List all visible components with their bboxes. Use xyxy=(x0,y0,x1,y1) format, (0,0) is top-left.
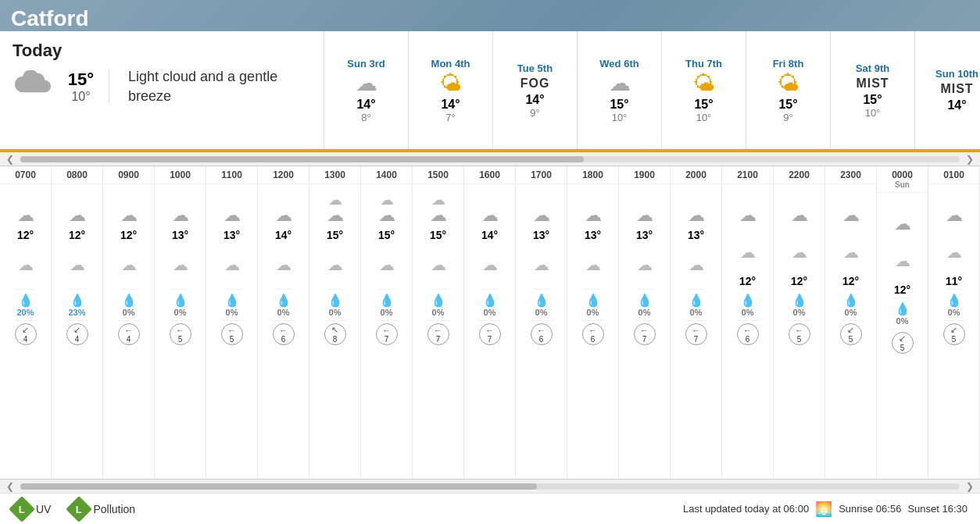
pollution-badge: L xyxy=(66,496,92,522)
wind-circle: ←6 xyxy=(273,323,295,345)
wind-circle: ←5 xyxy=(789,323,810,345)
hour-time-2100: 2100 xyxy=(722,166,773,184)
hour-temp-low: 12° xyxy=(842,273,859,289)
hour-temp-low: 12° xyxy=(739,273,756,289)
rain-percent: 0% xyxy=(432,308,445,317)
day-card-fri8[interactable]: Fri 8th 🌤 15° 9° xyxy=(746,31,831,149)
hour-col-2000: 2000☁13°☁💧0%←7 xyxy=(671,166,722,479)
day-card-mon4[interactable]: Mon 4th 🌤 14° 7° xyxy=(409,31,493,149)
rain-percent: 0% xyxy=(845,308,857,317)
hour-temp-low: 11° xyxy=(946,273,962,289)
rain-percent: 0% xyxy=(381,308,393,317)
hour-time-0700: 0700 xyxy=(0,166,51,184)
hour-time-2200: 2200 xyxy=(774,166,824,184)
hour-time-1600: 1600 xyxy=(464,166,515,184)
wind-circle: ↙5 xyxy=(892,332,914,354)
bottom-scrollbar[interactable]: ❮ ❯ xyxy=(0,479,980,493)
hour-rain: 💧0% xyxy=(431,289,446,320)
day-card-wed6[interactable]: Wed 6th ☁ 15° 10° xyxy=(578,31,662,149)
wind-row: ↙5 xyxy=(943,320,965,348)
day-card-sun10[interactable]: Sun 10th MIST 14° xyxy=(915,31,980,149)
rain-drop-icon: 💧 xyxy=(431,293,446,308)
cloud-icon-main: ☁ xyxy=(275,207,292,224)
rain-drop-icon: 💧 xyxy=(121,293,137,308)
wind-circle: ←7 xyxy=(427,323,449,345)
rain-drop-icon: 💧 xyxy=(173,293,188,308)
wind-circle: ←5 xyxy=(221,323,243,345)
scroll-left-arrow[interactable]: ❮ xyxy=(3,154,17,165)
rain-drop-icon: 💧 xyxy=(637,293,653,308)
hour-time-2300: 2300 xyxy=(825,166,876,184)
hour-col-1000: 1000☁13°☁💧0%←5 xyxy=(155,166,206,479)
day-sun-cloud-icon: 🌤 xyxy=(440,73,462,94)
hour-temp-high: 13° xyxy=(585,227,601,243)
hour-col-2100: 2100☁☁12°💧0%←6 xyxy=(722,166,774,479)
day-card-sun3[interactable]: Sun 3rd ☁ 14° 8° xyxy=(324,31,409,149)
hour-temp-high: 15° xyxy=(327,227,343,243)
hour-temp-high: 14° xyxy=(275,227,291,243)
hour-rain: 💧0% xyxy=(689,289,704,320)
scroll-thumb-top xyxy=(20,156,584,162)
scroll-right-arrow[interactable]: ❯ xyxy=(963,154,977,165)
hour-temp-high: 13° xyxy=(533,227,549,243)
day-card-sat9[interactable]: Sat 9th MIST 15° 10° xyxy=(831,31,915,149)
cloud-icon-low: ☁ xyxy=(276,255,291,274)
cloud-icon-main: ☁ xyxy=(636,207,653,224)
cloud-icon-main: ☁ xyxy=(739,207,756,224)
hour-rain: 💧0% xyxy=(792,289,807,320)
rain-percent: 0% xyxy=(226,308,238,317)
rain-percent: 0% xyxy=(742,308,754,317)
pollution-badge-item: L Pollution xyxy=(70,500,135,519)
scroll-track-bottom[interactable] xyxy=(20,483,960,490)
hour-temp-high: 12° xyxy=(120,227,137,243)
rain-percent: 0% xyxy=(638,308,651,317)
scroll-left-bottom[interactable]: ❮ xyxy=(3,481,17,492)
rain-percent: 0% xyxy=(690,308,703,317)
wind-circle: ←5 xyxy=(170,323,191,345)
wind-row: ←7 xyxy=(376,320,398,348)
cloud-icon-main: ☁ xyxy=(842,207,860,224)
day-card-tue5[interactable]: Tue 5th FOG 14° 9° xyxy=(493,31,578,149)
today-low-temp: 10° xyxy=(71,90,90,104)
hour-col-0900: 0900☁12°☁💧0%←4 xyxy=(103,166,155,479)
uv-letter: L xyxy=(19,503,25,515)
hour-temp-high: 12° xyxy=(17,227,34,243)
cloud-icon-low: ☁ xyxy=(534,255,549,274)
cloud-icon-main: ☁ xyxy=(378,207,395,224)
hour-rain: 💧0% xyxy=(534,289,549,320)
top-scrollbar[interactable]: ❮ ❯ xyxy=(0,152,980,166)
today-label: Today xyxy=(13,41,311,61)
wind-row: ←6 xyxy=(531,320,553,348)
uv-label: UV xyxy=(36,503,51,515)
cloud-icon-main: ☁ xyxy=(481,207,499,224)
day-cloud-icon: ☁ xyxy=(356,73,377,94)
wind-circle: ↙4 xyxy=(15,323,37,345)
today-card: Today 15° 10° Light cloud and a gentle b… xyxy=(0,31,324,149)
day-card-thu7[interactable]: Thu 7th 🌤 15° 10° xyxy=(662,31,746,149)
hour-col-1400: 1400☁☁15°☁💧0%←7 xyxy=(361,166,413,479)
rain-drop-icon: 💧 xyxy=(792,293,807,308)
wind-circle: ←4 xyxy=(118,323,140,345)
cloud-icon-low: ☁ xyxy=(740,243,756,262)
wind-circle: ←6 xyxy=(531,323,553,345)
hour-rain: 💧0% xyxy=(224,289,240,320)
hour-rain: 💧0% xyxy=(637,289,653,320)
wind-circle: ←7 xyxy=(479,323,501,345)
wind-row: ←7 xyxy=(685,320,707,348)
scroll-track-top[interactable] xyxy=(20,156,960,162)
cloud-icon-main: ☁ xyxy=(946,207,963,224)
wind-row: ↙5 xyxy=(892,329,914,356)
rain-drop-icon: 💧 xyxy=(534,293,549,308)
wind-circle: ←7 xyxy=(685,323,707,345)
hour-time-1400: 1400 xyxy=(361,166,412,184)
day-mist-label-2: MIST xyxy=(940,83,973,95)
rain-drop-icon: 💧 xyxy=(327,293,343,308)
day-sun-cloud-icon-2: 🌤 xyxy=(693,73,715,94)
scroll-right-bottom[interactable]: ❯ xyxy=(963,481,977,492)
hour-time-1100: 1100 xyxy=(206,166,257,184)
today-high-temp: 15° xyxy=(68,70,94,90)
hour-temp-high: 13° xyxy=(172,227,188,243)
rain-drop-icon: 💧 xyxy=(740,293,756,308)
wind-row: ←7 xyxy=(479,320,501,348)
cloud-icon-main: ☁ xyxy=(533,207,550,224)
